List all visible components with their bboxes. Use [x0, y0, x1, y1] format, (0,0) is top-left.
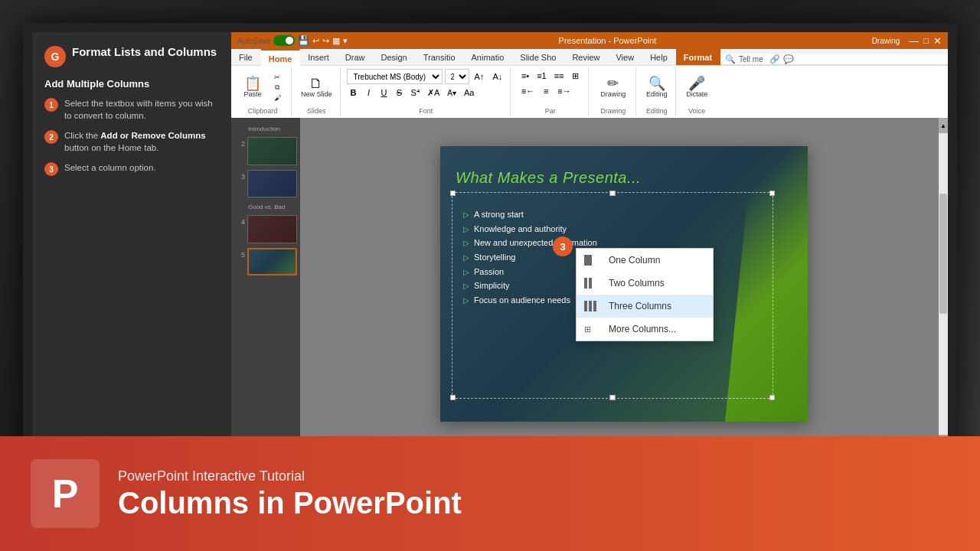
- dropdown-item-two-columns[interactable]: Two Columns: [577, 272, 713, 295]
- customize-icon[interactable]: ▾: [343, 36, 348, 46]
- tab-review[interactable]: Review: [564, 48, 608, 65]
- step-3-badge: 3: [553, 236, 573, 256]
- increase-font-button[interactable]: A↑: [472, 70, 488, 83]
- ppt-logo-letter: P: [52, 471, 79, 517]
- new-slide-icon: 🗋: [309, 77, 323, 90]
- tab-help[interactable]: Help: [642, 48, 676, 65]
- ribbon-tabs: File Home Insert Draw Design Transitio A…: [231, 49, 948, 66]
- banner-text: PowerPoint Interactive Tutorial Columns …: [118, 468, 462, 520]
- handle-tl: [450, 191, 456, 196]
- step-2-text: Click the Add or Remove Columns button o…: [64, 129, 219, 154]
- dictate-icon: 🎤: [688, 77, 705, 90]
- font-color-button[interactable]: A▾: [444, 86, 459, 99]
- align-right-button[interactable]: ≡→: [554, 84, 573, 98]
- paste-icon: 📋: [244, 77, 261, 90]
- bullet-6-arrow: ▷: [463, 279, 469, 292]
- bullet-1: ▷ A strong start: [463, 207, 597, 222]
- slide-thumb-5[interactable]: [247, 248, 297, 276]
- decrease-font-button[interactable]: A↓: [489, 70, 505, 83]
- font-size-aa-button[interactable]: Aa: [461, 86, 477, 99]
- bullets-button[interactable]: ≡•: [518, 69, 532, 83]
- slide-thumb-2[interactable]: [247, 137, 297, 165]
- align-center-button[interactable]: ≡: [539, 84, 553, 98]
- slide-thumb-3[interactable]: [247, 170, 297, 198]
- more-columns-icon: ⊞: [584, 323, 601, 335]
- dropdown-item-three-columns[interactable]: Three Columns: [577, 295, 713, 318]
- align-left-button[interactable]: ≡←: [518, 84, 537, 98]
- tab-home[interactable]: Home: [261, 49, 301, 66]
- banner-subtitle: PowerPoint Interactive Tutorial: [118, 468, 462, 484]
- slide-canvas-area: What Makes a Presenta... ▷: [300, 118, 948, 450]
- bold-button[interactable]: B: [347, 86, 361, 99]
- redo-icon[interactable]: ↪: [322, 36, 329, 46]
- drawing-button[interactable]: ✏ Drawing: [597, 75, 629, 99]
- dictate-button[interactable]: 🎤 Dictate: [683, 75, 710, 99]
- handle-bl: [450, 395, 456, 400]
- dropdown-item-one-column[interactable]: One Column: [577, 249, 713, 272]
- present-icon[interactable]: ▦: [332, 36, 340, 46]
- italic-button[interactable]: I: [362, 86, 376, 99]
- scroll-track: [939, 133, 948, 435]
- columns-dropdown: One Column Two Columns: [576, 248, 714, 341]
- font-size-dropdown[interactable]: 24: [445, 69, 469, 84]
- cut-button[interactable]: ✂: [268, 73, 286, 82]
- save-icon[interactable]: 💾: [298, 35, 309, 46]
- handle-tm: [610, 191, 616, 196]
- clipboard-buttons: 📋 Paste ✂ ⧉ 🖌: [239, 69, 286, 106]
- bullet-5-arrow: ▷: [463, 266, 469, 279]
- three-columns-icon: [584, 300, 601, 312]
- slides-label: Slides: [307, 106, 326, 115]
- tab-view[interactable]: View: [608, 48, 642, 65]
- paste-button[interactable]: 📋 Paste: [239, 75, 266, 99]
- format-painter-button[interactable]: 🖌: [268, 93, 286, 103]
- clipboard-label: Clipboard: [248, 106, 278, 115]
- step-3: 3 Select a column option.: [44, 161, 219, 176]
- title-bar: AutoSave 💾 ↩ ↪ ▦ ▾ Presentation - PowerP…: [231, 32, 948, 49]
- dropdown-item-more-columns[interactable]: ⊞ More Columns...: [577, 318, 713, 341]
- scroll-up-button[interactable]: ▲: [939, 118, 948, 133]
- tab-design[interactable]: Design: [373, 48, 415, 65]
- slide-panel: Introduction 2 3 Good vs. Bad: [231, 118, 300, 450]
- powerpoint-main: AutoSave 💾 ↩ ↪ ▦ ▾ Presentation - PowerP…: [231, 32, 948, 450]
- tab-insert[interactable]: Insert: [300, 48, 338, 65]
- minimize-button[interactable]: —: [909, 35, 919, 47]
- step-3-num: 3: [44, 162, 58, 176]
- copy-button[interactable]: ⧉: [268, 83, 286, 93]
- font-name-dropdown[interactable]: Trebuchet MS (Body): [347, 69, 443, 84]
- tab-transitions[interactable]: Transitio: [416, 48, 464, 65]
- underline-button[interactable]: U: [377, 86, 391, 99]
- slide-3-content: [248, 171, 296, 197]
- maximize-button[interactable]: □: [923, 36, 929, 45]
- scroll-thumb[interactable]: [939, 194, 947, 315]
- clear-format-button[interactable]: ✗A: [424, 86, 443, 99]
- tab-draw[interactable]: Draw: [338, 48, 374, 65]
- slide-4-content: [248, 216, 296, 243]
- sidebar-logo: G: [44, 46, 66, 67]
- two-columns-icon: [584, 277, 601, 289]
- strikethrough-button[interactable]: S: [393, 86, 407, 99]
- close-button[interactable]: ✕: [933, 35, 942, 47]
- slide-5-container: 5: [234, 248, 297, 276]
- shadow-button[interactable]: S⁴: [408, 86, 423, 99]
- bullet-3-arrow: ▷: [463, 236, 469, 249]
- slide-4-num: 4: [234, 218, 245, 226]
- tab-format[interactable]: Format: [676, 48, 720, 65]
- undo-icon[interactable]: ↩: [312, 36, 319, 46]
- tab-animations[interactable]: Animatio: [464, 48, 513, 65]
- screen-content: G Format Lists and Columns Add Multiple …: [32, 32, 948, 450]
- step-1: 1 Select the textbox with items you wish…: [44, 97, 219, 122]
- step-3-text: Select a column option.: [64, 161, 156, 174]
- editing-button[interactable]: 🔍 Editing: [643, 75, 671, 99]
- autosave-toggle[interactable]: [273, 35, 295, 46]
- numbering-button[interactable]: ≡1: [534, 69, 550, 83]
- vertical-scrollbar[interactable]: ▲ ▼: [939, 118, 948, 450]
- sidebar-title: Format Lists and Columns: [72, 44, 217, 60]
- slide-thumb-4[interactable]: [247, 215, 297, 243]
- tab-file[interactable]: File: [231, 48, 261, 65]
- banner-title: Columns in PowerPoint: [118, 486, 462, 520]
- multilevel-button[interactable]: ≡≡: [551, 69, 567, 83]
- column-button[interactable]: ⊞: [569, 69, 583, 83]
- slide-3-num: 3: [234, 173, 245, 181]
- new-slide-button[interactable]: 🗋 New Slide: [298, 75, 335, 99]
- tab-slideshow[interactable]: Slide Sho: [512, 48, 564, 65]
